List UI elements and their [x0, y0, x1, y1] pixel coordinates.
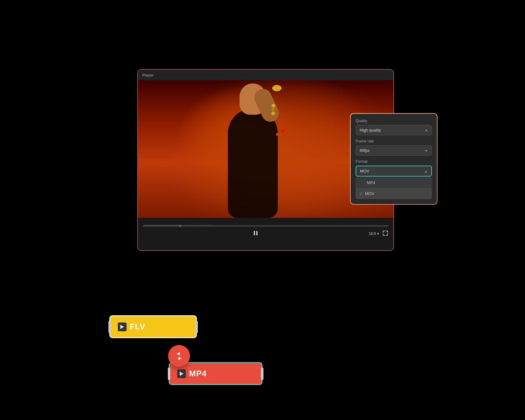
format-chevron-icon: [424, 169, 428, 173]
flv-format-text: FLV: [130, 322, 145, 332]
mov-check-icon: ✓: [359, 192, 362, 196]
flv-play-icon: [120, 325, 124, 329]
settings-panel: Quality High quality Frame rate 60fps Fo…: [351, 114, 437, 204]
player-controls: 16:9 ▾: [138, 218, 393, 246]
quality-label: Quality: [356, 119, 432, 123]
flv-format-bar: FLV: [109, 315, 197, 338]
convert-button[interactable]: [168, 345, 190, 367]
mp4-option-label: MP4: [367, 180, 375, 185]
progress-bar[interactable]: [143, 225, 388, 227]
quality-chevron-icon: [425, 128, 428, 132]
controls-row: 16:9 ▾: [143, 229, 388, 238]
player-title-bar: Player: [138, 70, 393, 80]
format-dropdown: MP4 ✓ MOV: [356, 177, 432, 199]
framerate-value: 60fps: [360, 148, 370, 153]
framerate-select[interactable]: 60fps: [356, 145, 432, 156]
mp4-format-icon: [177, 369, 186, 378]
quality-value: High quality: [360, 128, 381, 132]
convert-arrows-icon: [177, 352, 182, 360]
quality-select[interactable]: High quality: [356, 125, 432, 135]
player-title: Player: [142, 73, 154, 78]
flv-format-icon: [118, 322, 127, 331]
settings-panel-wrapper: Quality High quality Frame rate 60fps Fo…: [350, 113, 438, 205]
svg-rect-1: [256, 231, 258, 235]
mov-option-label: MOV: [365, 191, 374, 196]
fullscreen-button[interactable]: [382, 230, 388, 238]
mp4-bar-handle-left: [168, 368, 170, 380]
svg-rect-0: [254, 231, 255, 235]
arrow-right-icon: [178, 357, 182, 360]
format-select[interactable]: MOV: [356, 166, 432, 177]
framerate-label: Frame rate: [356, 139, 432, 143]
format-value: MOV: [360, 169, 369, 173]
mp4-play-icon: [180, 372, 183, 376]
flv-bar-handle-right: [195, 321, 198, 333]
mp4-format-text: MP4: [189, 369, 207, 378]
format-option-mov[interactable]: ✓ MOV: [356, 188, 432, 199]
arrow-left-icon: [177, 352, 180, 355]
pause-button[interactable]: [250, 229, 261, 238]
framerate-chevron-icon: [425, 148, 428, 153]
aspect-ratio[interactable]: 16:9 ▾: [369, 232, 379, 236]
mp4-bar-handle-right: [261, 368, 263, 380]
flv-bar-handle-left: [108, 321, 111, 333]
format-option-mp4[interactable]: MP4: [356, 177, 432, 188]
format-label: Format: [356, 159, 432, 164]
